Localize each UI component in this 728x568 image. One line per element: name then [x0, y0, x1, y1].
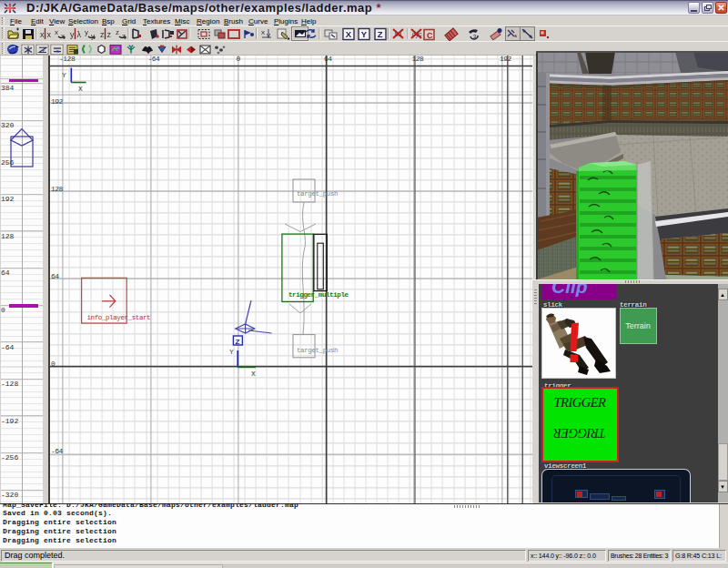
svg-text:z: z [42, 48, 45, 54]
svg-text:X: X [346, 29, 352, 39]
svg-text:X: X [78, 85, 83, 93]
svg-text:info_player_start: info_player_start [87, 314, 151, 321]
svg-text:X: X [251, 370, 256, 378]
svg-text:Y: Y [361, 29, 368, 39]
svg-text:C: C [427, 31, 433, 40]
svg-text:target_push: target_push [297, 190, 338, 198]
svg-text:x: x [261, 28, 265, 36]
svg-text:z: z [122, 32, 126, 40]
svg-text:s: s [56, 48, 59, 54]
svg-text:x: x [47, 30, 52, 39]
svg-text:trigger_multiple: trigger_multiple [288, 291, 349, 299]
svg-text:x: x [40, 30, 45, 39]
svg-text:Y: Y [62, 71, 66, 79]
svg-text:Z: Z [378, 29, 383, 39]
svg-text:y: y [85, 28, 88, 36]
svg-text:Z: Z [236, 338, 240, 346]
svg-text:z: z [116, 28, 119, 36]
svg-text:z: z [100, 30, 105, 39]
svg-text:target_push: target_push [297, 347, 338, 354]
svg-text:Y: Y [229, 348, 234, 356]
svg-text:x: x [61, 32, 65, 40]
svg-text:y: y [70, 30, 75, 39]
svg-text:y: y [91, 32, 95, 40]
svg-text:λ: λ [77, 30, 82, 39]
svg-text:z: z [107, 30, 112, 39]
svg-text:x: x [55, 28, 58, 36]
